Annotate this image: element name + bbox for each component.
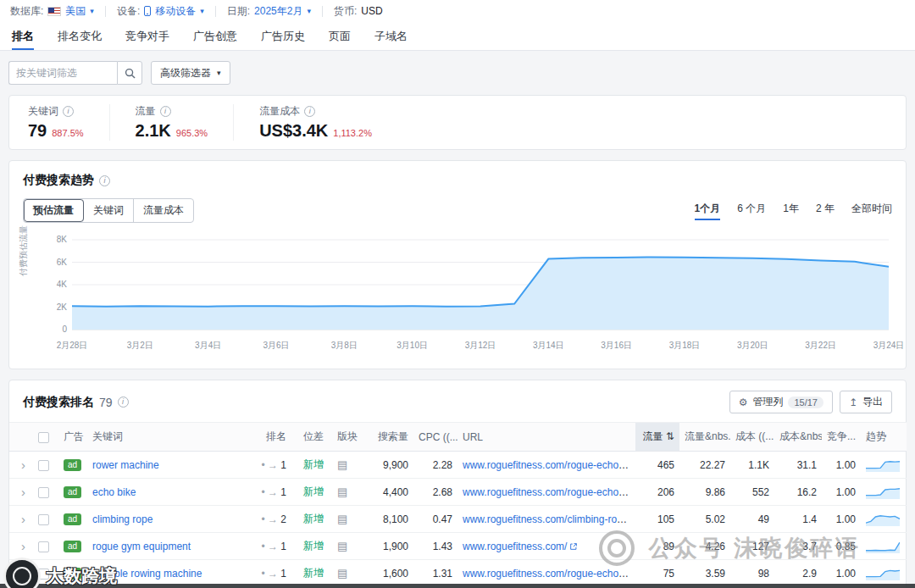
header-volume[interactable]: 搜索量 <box>363 423 413 452</box>
row-checkbox[interactable] <box>38 487 49 498</box>
expand-row-icon[interactable]: › <box>14 539 25 553</box>
x-tick-label: 3月6日 <box>263 340 289 352</box>
header-traffic-sorted[interactable]: 流量 ⇅ <box>635 423 679 452</box>
info-icon[interactable]: i <box>63 106 74 117</box>
traffic-percent: 4.26 <box>679 533 730 560</box>
export-button[interactable]: ↥ 导出 <box>840 391 892 413</box>
range-2-years[interactable]: 2 年 <box>816 202 835 220</box>
header-traffic-label: 流量 <box>643 430 663 442</box>
ad-badge[interactable]: ad <box>64 541 81 552</box>
keyword-link[interactable]: rogue gym equipment <box>92 541 191 552</box>
keyword-link[interactable]: echo bike <box>92 486 136 498</box>
range-1-year[interactable]: 1年 <box>783 202 799 220</box>
keyword-link[interactable]: rower machine <box>92 459 159 471</box>
sort-desc-icon: ⇅ <box>666 430 674 442</box>
serp-features-icon[interactable]: ▤ <box>337 458 347 471</box>
keyword-filter-input[interactable] <box>8 61 117 85</box>
tab-ads-history[interactable]: 广告历史 <box>261 22 305 50</box>
header-diff[interactable]: 位差 <box>298 423 332 452</box>
expand-row-icon[interactable]: › <box>14 566 25 580</box>
header-cpc[interactable]: CPC ((... <box>413 423 458 452</box>
x-tick-label: 3月10日 <box>396 340 428 352</box>
url-link[interactable]: www.roguefitness.com/rogue-echo-bike <box>463 486 635 498</box>
table-row[interactable]: › ad foldable rowing machine • → 1 新增 ▤ … <box>9 560 907 587</box>
keyword-search <box>8 61 142 85</box>
header-cost[interactable]: 成本 ((... <box>730 423 774 452</box>
rank-from: • <box>261 513 264 525</box>
manage-columns-button[interactable]: ⚙ 管理列 15/17 <box>729 391 833 413</box>
range-1-month[interactable]: 1个月 <box>695 202 721 220</box>
y-tick-label: 4K <box>47 280 67 289</box>
header-url[interactable]: URL <box>458 423 635 452</box>
summary-stats: 关键词 i 79 887.5% 流量 i 2.1K 965.3% <box>8 95 907 150</box>
tab-competitors[interactable]: 竞争对手 <box>125 22 169 50</box>
cost-value: 127 <box>730 533 774 560</box>
paid-positions-card: 付费搜索排名 79 i ⚙ 管理列 15/17 ↥ 导出 <box>8 380 907 588</box>
device-selector[interactable]: 设备: 移动设备 ▾ <box>117 4 204 19</box>
header-competition[interactable]: 竞争... <box>822 423 861 452</box>
advanced-filters-button[interactable]: 高级筛选器 ▾ <box>151 61 230 85</box>
rank-from: • <box>261 459 264 471</box>
tab-subdomains[interactable]: 子域名 <box>374 22 408 50</box>
search-volume: 1,600 <box>363 560 413 587</box>
topbar: 数据库: 美国 ▾ 设备: 移动设备 ▾ 日期: 2025年2月 ▾ 货币: U… <box>0 0 915 22</box>
ad-badge[interactable]: ad <box>64 513 81 525</box>
serp-features-icon[interactable]: ▤ <box>337 567 347 580</box>
serp-features-icon[interactable]: ▤ <box>337 513 347 525</box>
header-traffic-pct[interactable]: 流量&nbs... <box>679 423 730 452</box>
segment-keywords[interactable]: 关键词 <box>84 199 134 222</box>
tab-positions[interactable]: 排名 <box>12 22 34 50</box>
select-all-checkbox[interactable] <box>38 432 49 443</box>
table-row[interactable]: › ad rogue gym equipment • → 1 新增 ▤ 1,90… <box>9 533 907 560</box>
table-row[interactable]: › ad climbing rope • → 2 新增 ▤ 8,100 0.47… <box>9 506 907 533</box>
url-link[interactable]: www.roguefitness.com/climbing-ropes <box>463 513 633 525</box>
table-row[interactable]: › ad echo bike • → 1 新增 ▤ 4,400 2.68 www… <box>9 479 907 506</box>
header-ad[interactable]: 广告 <box>58 423 87 452</box>
date-selector[interactable]: 日期: 2025年2月 ▾ <box>227 4 311 19</box>
gear-icon: ⚙ <box>739 397 748 408</box>
table-row[interactable]: › ad rower machine • → 1 新增 ▤ 9,900 2.28… <box>9 452 907 479</box>
header-keyword[interactable]: 关键词 <box>87 423 244 452</box>
range-6-months[interactable]: 6 个月 <box>737 202 766 220</box>
rank-arrow-icon: → <box>268 541 278 552</box>
header-cost-pct[interactable]: 成本&nbs... <box>774 423 822 452</box>
expand-row-icon[interactable]: › <box>14 485 25 499</box>
range-all-time[interactable]: 全部时间 <box>851 202 892 220</box>
tab-ad-copies[interactable]: 广告创意 <box>193 22 237 50</box>
table-title: 付费搜索排名 <box>23 395 94 410</box>
row-checkbox[interactable] <box>38 514 49 525</box>
url-link[interactable]: www.roguefitness.com/ <box>463 541 567 552</box>
x-tick-label: 3月4日 <box>195 340 221 352</box>
segment-estimated-traffic[interactable]: 预估流量 <box>24 199 84 222</box>
x-axis-labels: 2月28日3月2日3月4日3月6日3月8日3月10日3月12日3月14日3月16… <box>72 340 889 353</box>
tab-position-changes[interactable]: 排名变化 <box>58 22 102 50</box>
url-link[interactable]: www.roguefitness.com/rogue-echo-rower <box>463 459 635 471</box>
row-checkbox[interactable] <box>38 569 49 580</box>
header-position[interactable]: 排名 <box>244 423 298 452</box>
tab-pages[interactable]: 页面 <box>329 22 351 50</box>
expand-row-icon[interactable]: › <box>14 458 25 472</box>
database-selector[interactable]: 数据库: 美国 ▾ <box>10 4 94 19</box>
rank-arrow-icon: → <box>268 568 278 580</box>
serp-features-icon[interactable]: ▤ <box>337 485 347 498</box>
keyword-link[interactable]: foldable rowing machine <box>92 568 202 580</box>
serp-features-icon[interactable]: ▤ <box>337 540 347 552</box>
divider <box>322 6 323 17</box>
info-icon[interactable]: i <box>118 397 129 408</box>
search-button[interactable] <box>117 61 142 85</box>
expand-row-icon[interactable]: › <box>14 512 25 526</box>
info-icon[interactable]: i <box>99 175 110 186</box>
manage-columns-label: 管理列 <box>752 395 783 409</box>
header-serp[interactable]: 版块 <box>332 423 363 452</box>
row-checkbox[interactable] <box>38 460 49 471</box>
url-link[interactable]: www.roguefitness.com/rogue-echo-rower <box>463 568 635 580</box>
info-icon[interactable]: i <box>160 106 171 117</box>
position-diff: 新增 <box>303 485 324 497</box>
row-checkbox[interactable] <box>38 541 49 552</box>
segment-traffic-cost[interactable]: 流量成本 <box>134 199 193 222</box>
ad-badge[interactable]: ad <box>64 486 81 498</box>
ad-badge[interactable]: ad <box>64 459 81 471</box>
keyword-link[interactable]: climbing rope <box>92 513 152 525</box>
ad-badge[interactable]: ad <box>64 568 81 580</box>
info-icon[interactable]: i <box>304 106 315 117</box>
